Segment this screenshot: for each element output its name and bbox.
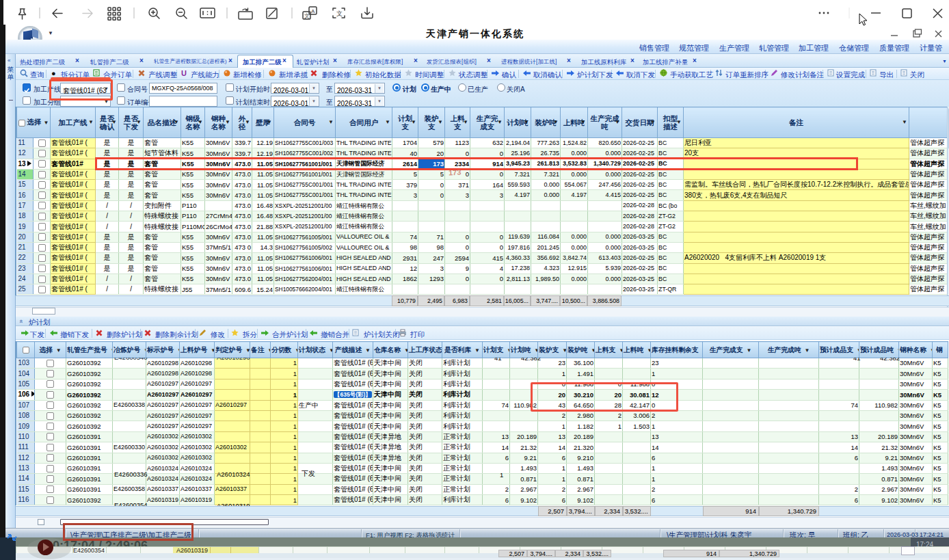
svg-text:A: A xyxy=(311,8,315,14)
svg-text:文: 文 xyxy=(336,10,343,17)
svg-text:文: 文 xyxy=(304,13,310,19)
